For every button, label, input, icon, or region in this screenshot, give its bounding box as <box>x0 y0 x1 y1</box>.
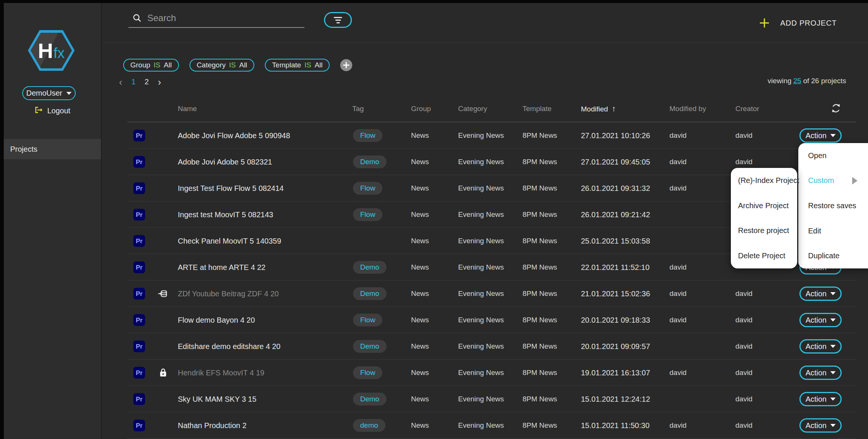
cell-template: 8PM News <box>523 316 557 324</box>
cell-modified-by: david <box>669 184 686 192</box>
tag-badge: Demo <box>353 287 387 300</box>
topbar-divider <box>102 43 868 43</box>
project-name[interactable]: Adobe Jovi Adobe 5 082321 <box>178 158 272 166</box>
project-name[interactable]: Ingest test MoovIT 5 082143 <box>178 210 273 219</box>
filter-bar: Group IS All Category IS All Template IS… <box>123 59 352 72</box>
project-name[interactable]: ARTE at home ARTE 4 22 <box>178 263 266 272</box>
custom-submenu: (Re)-Index Project Archive Project Resto… <box>731 168 797 268</box>
submenu-item[interactable]: Restore project <box>731 218 797 244</box>
action-button[interactable]: Action <box>799 313 842 327</box>
column-header-group[interactable]: Group <box>411 105 431 113</box>
action-button[interactable]: Action <box>799 339 842 354</box>
action-menu-item[interactable]: Custom <box>798 168 868 194</box>
project-name[interactable]: Flow demo Bayon 4 20 <box>178 316 255 325</box>
cell-template: 8PM News <box>523 342 557 351</box>
submenu-item[interactable]: Delete Project <box>731 243 797 268</box>
cell-modified: 27.01.2021 09:45:05 <box>581 158 650 166</box>
tag-badge: demo <box>353 419 385 432</box>
premiere-project-icon: Pr <box>133 393 145 405</box>
window-top-frame <box>0 0 868 3</box>
action-menu-item[interactable]: Restore saves <box>798 193 868 218</box>
next-page-icon[interactable]: › <box>158 78 161 86</box>
sort-filter-button[interactable] <box>324 12 352 28</box>
cell-group: News <box>411 342 429 351</box>
prev-page-icon[interactable]: ‹ <box>119 78 122 86</box>
filter-chip[interactable]: Category IS All <box>189 59 254 72</box>
submenu-item-label: Archive Project <box>738 201 789 210</box>
cell-category: Evening News <box>458 342 504 351</box>
menu-item-label: Custom <box>808 176 834 185</box>
viewing-prefix: viewing <box>767 77 791 85</box>
tag-badge: Demo <box>353 261 387 274</box>
page-number[interactable]: 2 <box>145 78 149 86</box>
column-header-tag[interactable]: Tag <box>352 105 364 113</box>
table-row[interactable]: Pr Flow <box>102 307 868 333</box>
cell-template: 8PM News <box>523 131 557 140</box>
tag-badge: Flow <box>353 129 382 142</box>
action-menu-item[interactable]: Open <box>798 143 868 168</box>
column-header-name[interactable]: Name <box>178 105 197 113</box>
table-row[interactable]: Pr ZDf Y <box>102 280 868 307</box>
action-button[interactable]: Action <box>799 128 842 143</box>
table-row[interactable]: Pr Adobe <box>102 122 868 149</box>
cell-group: News <box>411 184 429 192</box>
premiere-project-icon: Pr <box>133 341 145 352</box>
column-header-template[interactable]: Template <box>523 105 552 113</box>
sidebar-nav: Projects <box>4 139 101 159</box>
project-name[interactable]: Nathan Production 2 <box>178 421 246 430</box>
user-menu-button[interactable]: DemoUser <box>22 86 76 100</box>
project-name[interactable]: Ingest Test Flow Flow 5 082414 <box>178 184 284 193</box>
sidebar-item-label: Projects <box>10 145 37 154</box>
action-menu-item[interactable]: Edit <box>798 218 868 244</box>
table-row[interactable]: Pr Sky U <box>102 386 868 412</box>
add-project-button[interactable]: ADD PROJECT <box>759 17 837 29</box>
column-header-modified-by[interactable]: Modified by <box>669 105 706 113</box>
cell-category: Evening News <box>458 395 504 403</box>
action-button[interactable]: Action <box>799 287 842 301</box>
column-header-category[interactable]: Category <box>458 105 487 113</box>
chip-value: All <box>315 61 322 69</box>
table-row[interactable]: Pr Natha <box>102 412 868 439</box>
project-name[interactable]: Check Panel MoovIT 5 140359 <box>178 237 281 245</box>
filter-chip[interactable]: Group IS All <box>123 59 179 72</box>
filter-chip[interactable]: Template IS All <box>265 59 330 72</box>
cell-modified: 20.01.2021 09:18:33 <box>581 316 650 325</box>
viewing-count-link[interactable]: 25 <box>793 77 801 85</box>
cell-modified-by: david <box>669 263 686 271</box>
action-button[interactable]: Action <box>799 366 842 380</box>
cell-category: Evening News <box>458 210 504 219</box>
app-logo: H fx <box>28 30 75 71</box>
cell-modified: 19.01.2021 16:13:07 <box>581 369 650 377</box>
action-button[interactable]: Action <box>799 392 842 406</box>
project-name[interactable]: Sky UK MAM SKY 3 15 <box>178 395 257 404</box>
sidebar-item-projects[interactable]: Projects <box>4 139 101 159</box>
cell-template: 8PM News <box>523 210 557 219</box>
cell-creator: david <box>735 421 752 430</box>
cell-modified-by: david <box>669 316 686 324</box>
action-dropdown-menu: Open Custom Restore saves Edit Duplicate <box>798 143 868 268</box>
table-row[interactable]: Pr Hendr <box>102 360 868 386</box>
refresh-button[interactable] <box>830 103 842 115</box>
menu-item-label: Open <box>808 151 827 160</box>
page-number[interactable]: 1 <box>131 78 136 86</box>
action-button-label: Action <box>805 395 827 404</box>
pagination: ‹ 1 2 › <box>119 78 161 86</box>
column-header-creator[interactable]: Creator <box>735 105 759 113</box>
project-name[interactable]: Editshare demo editshare 4 20 <box>178 342 280 351</box>
submenu-item[interactable]: Archive Project <box>731 193 797 218</box>
premiere-project-icon: Pr <box>133 235 145 247</box>
logout-button[interactable]: Logout <box>4 105 101 116</box>
sidebar: H fx DemoUser Logout Projects <box>4 3 102 439</box>
add-filter-button[interactable] <box>340 59 352 71</box>
cell-group: News <box>411 131 429 140</box>
column-header-modified[interactable]: Modified↑ <box>581 104 616 113</box>
project-name[interactable]: Hendrik EFS MoovIT 4 19 <box>178 369 264 377</box>
project-name[interactable]: ZDf Youtube Beitrag ZDF 4 20 <box>178 290 279 298</box>
action-button[interactable]: Action <box>799 418 842 433</box>
action-menu-item[interactable]: Duplicate <box>798 243 868 268</box>
table-row[interactable]: Pr Edits <box>102 333 868 360</box>
project-name[interactable]: Adobe Jovi Flow Adobe 5 090948 <box>178 131 290 140</box>
submenu-item[interactable]: (Re)-Index Project <box>731 168 797 193</box>
search-input[interactable] <box>147 13 304 23</box>
premiere-project-icon: Pr <box>133 288 145 300</box>
